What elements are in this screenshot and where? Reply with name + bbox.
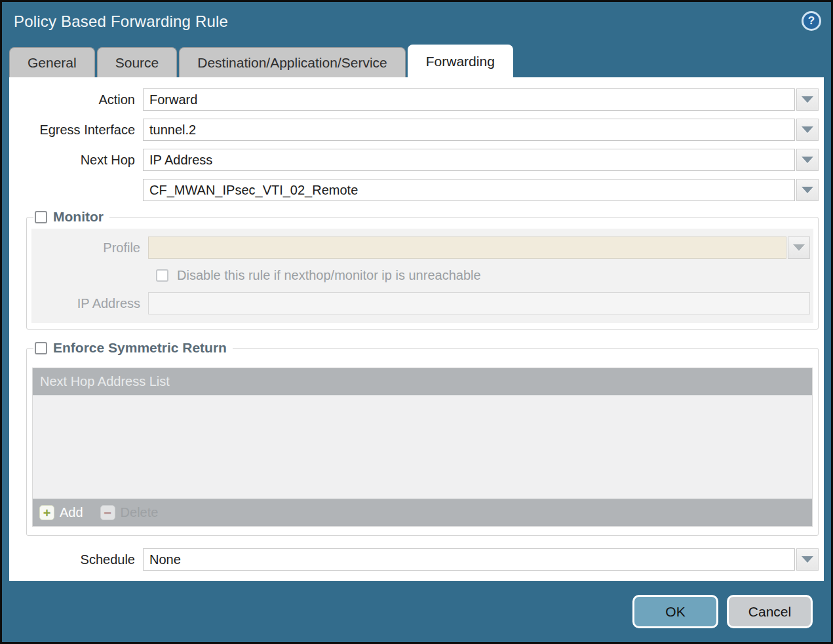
tab-source[interactable]: Source	[97, 47, 178, 77]
table-header: Next Hop Address List	[33, 368, 812, 395]
chevron-down-icon	[802, 556, 813, 563]
tab-strip: General Source Destination/Application/S…	[2, 41, 831, 77]
profile-select	[148, 237, 786, 259]
disable-rule-row: Disable this rule if nexthop/monitor ip …	[156, 268, 810, 283]
schedule-label: Schedule	[14, 552, 143, 567]
chevron-down-icon	[802, 126, 813, 133]
tab-general-label: General	[28, 55, 77, 71]
forwarding-tab-panel: Action Forward Egress Interface tunnel.2…	[9, 77, 824, 581]
cancel-button[interactable]: Cancel	[727, 595, 813, 628]
table-footer: + Add − Delete	[33, 499, 812, 526]
profile-dropdown-button	[788, 237, 810, 259]
next-hop-type-select[interactable]: IP Address	[143, 149, 795, 171]
chevron-down-icon	[802, 157, 813, 163]
chevron-down-icon	[802, 187, 813, 193]
next-hop-dropdown-button[interactable]	[796, 149, 819, 171]
tab-general[interactable]: General	[9, 47, 95, 77]
ok-button[interactable]: OK	[632, 595, 718, 628]
tab-source-label: Source	[115, 55, 159, 71]
next-hop-address-row: CF_MWAN_IPsec_VTI_02_Remote	[14, 179, 819, 201]
chevron-down-icon	[802, 96, 813, 103]
egress-interface-dropdown-button[interactable]	[796, 119, 819, 141]
next-hop-address-dropdown-button[interactable]	[796, 179, 819, 201]
next-hop-row: Next Hop IP Address	[14, 149, 819, 171]
add-button-label: Add	[60, 505, 83, 520]
chevron-down-icon	[793, 244, 805, 251]
monitor-panel: Profile Disable this rule if nexthop/mon…	[31, 229, 813, 323]
monitor-ip-input	[148, 292, 810, 314]
disable-rule-checkbox	[156, 269, 168, 282]
action-dropdown-button[interactable]	[796, 88, 819, 111]
monitor-fieldset: Monitor Profile Disable this rule if nex…	[26, 209, 819, 330]
plus-icon: +	[39, 505, 54, 520]
action-select[interactable]: Forward	[143, 88, 795, 111]
delete-button-label: Delete	[121, 505, 159, 520]
monitor-ip-label: IP Address	[31, 296, 148, 311]
profile-label: Profile	[31, 240, 148, 256]
egress-interface-row: Egress Interface tunnel.2	[14, 119, 819, 141]
add-button[interactable]: + Add	[39, 505, 83, 520]
next-hop-address-select[interactable]: CF_MWAN_IPsec_VTI_02_Remote	[143, 179, 795, 201]
egress-interface-select[interactable]: tunnel.2	[143, 119, 795, 141]
next-hop-address-table: Next Hop Address List + Add − Delete	[32, 368, 813, 527]
minus-icon: −	[100, 505, 115, 520]
symmetric-return-checkbox[interactable]	[35, 342, 47, 354]
schedule-row: Schedule None	[14, 548, 819, 571]
monitor-checkbox[interactable]	[35, 211, 47, 223]
action-row: Action Forward	[14, 88, 819, 111]
table-header-label: Next Hop Address List	[40, 374, 170, 389]
egress-interface-label: Egress Interface	[14, 123, 143, 138]
dialog-title: Policy Based Forwarding Rule	[14, 12, 228, 31]
monitor-legend: Monitor	[33, 209, 109, 225]
table-body-empty[interactable]	[33, 395, 812, 499]
help-glyph: ?	[808, 14, 815, 28]
next-hop-label: Next Hop	[14, 153, 143, 168]
dialog-titlebar: Policy Based Forwarding Rule ?	[2, 2, 831, 41]
schedule-dropdown-button[interactable]	[796, 548, 819, 571]
symmetric-return-legend: Enforce Symmetric Return	[33, 340, 233, 356]
profile-row: Profile	[31, 237, 810, 259]
monitor-ip-row: IP Address	[31, 292, 810, 314]
symmetric-return-legend-label: Enforce Symmetric Return	[53, 340, 227, 356]
monitor-legend-label: Monitor	[53, 209, 104, 225]
help-icon[interactable]: ?	[802, 11, 821, 31]
schedule-select[interactable]: None	[143, 548, 795, 571]
dialog-footer: OK Cancel	[2, 581, 831, 642]
action-label: Action	[14, 92, 143, 107]
tab-forwarding-label: Forwarding	[426, 54, 495, 69]
pbf-rule-dialog: Policy Based Forwarding Rule ? General S…	[0, 0, 833, 644]
symmetric-return-fieldset: Enforce Symmetric Return Next Hop Addres…	[26, 340, 819, 536]
tab-destination-label: Destination/Application/Service	[197, 55, 387, 71]
tab-destination-application-service[interactable]: Destination/Application/Service	[179, 47, 406, 77]
delete-button: − Delete	[100, 505, 159, 520]
tab-forwarding[interactable]: Forwarding	[408, 45, 513, 77]
disable-rule-label: Disable this rule if nexthop/monitor ip …	[177, 268, 481, 283]
